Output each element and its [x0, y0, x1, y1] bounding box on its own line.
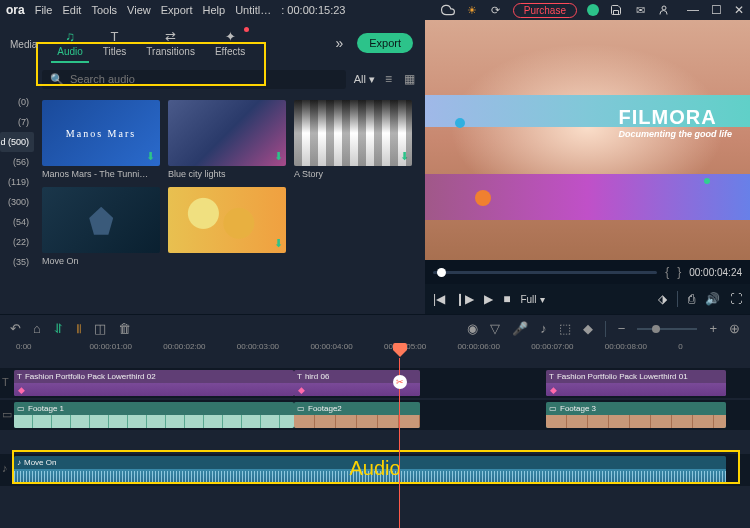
preview-band-bottom — [425, 174, 750, 220]
video-clip[interactable]: ▭Footage2 — [294, 402, 420, 428]
profile-icon[interactable] — [657, 3, 671, 17]
search-input-wrap[interactable]: 🔍 — [42, 70, 346, 89]
audio-clip[interactable]: ♪Move On — [14, 456, 726, 484]
playhead-handle[interactable] — [391, 343, 409, 359]
menu-help[interactable]: Help — [203, 4, 226, 16]
menu-export[interactable]: Export — [161, 4, 193, 16]
minimize-button[interactable]: — — [687, 3, 699, 17]
preview-dot — [704, 178, 710, 184]
category-item[interactable]: (54) — [0, 212, 34, 232]
filter-all[interactable]: All ▾ — [354, 73, 375, 86]
sort-icon[interactable]: ≡ — [383, 72, 394, 86]
color-icon[interactable]: ⫴ — [76, 321, 82, 337]
zoom-in-icon[interactable]: + — [709, 321, 717, 336]
delete-icon[interactable]: 🗑 — [118, 321, 131, 336]
download-icon[interactable]: ⬇ — [146, 150, 157, 163]
fullscreen-icon[interactable]: ⛶ — [730, 292, 742, 306]
grid-view-icon[interactable]: ▦ — [402, 72, 417, 86]
audio-thumb[interactable]: ⬇Blue city lights — [168, 100, 286, 179]
title-track[interactable]: T TFashion Portfolio Pack Lowerthird 02◆… — [0, 368, 750, 398]
music-icon[interactable]: ♪ — [540, 321, 547, 336]
ruler-tick: 00:00:08:00 — [603, 342, 677, 358]
timeline-ruler[interactable]: 0:0000:00:01:0000:00:02:0000:00:03:0000:… — [0, 342, 750, 358]
category-item[interactable]: (7) — [0, 112, 34, 132]
play-icon[interactable]: ▶ — [484, 292, 493, 306]
category-item[interactable]: d (500) — [0, 132, 34, 152]
split-button[interactable]: ✂ — [393, 375, 407, 389]
crop-icon[interactable]: ◫ — [94, 321, 106, 336]
download-icon[interactable]: ⬇ — [400, 150, 409, 163]
text-icon: T — [17, 372, 22, 381]
category-item[interactable]: (56) — [0, 152, 34, 172]
video-clip[interactable]: ▭Footage 3 — [546, 402, 726, 428]
menu-view[interactable]: View — [127, 4, 151, 16]
export-button[interactable]: Export — [357, 33, 413, 53]
audio-thumb[interactable]: Manos Mars⬇Manos Mars - The Tunni… — [42, 100, 160, 179]
marker2-icon[interactable]: ◆ — [583, 321, 593, 336]
mixer-icon[interactable]: ⬚ — [559, 321, 571, 336]
download-icon[interactable]: ⬇ — [274, 150, 283, 163]
audio-thumb[interactable]: ⬇A Story — [294, 100, 412, 179]
step-back-icon[interactable]: ❙▶ — [455, 292, 474, 306]
audio-thumb[interactable]: Move On — [42, 187, 160, 266]
category-item[interactable]: (22) — [0, 232, 34, 252]
cloud-icon[interactable] — [441, 3, 455, 17]
menu-edit[interactable]: Edit — [62, 4, 81, 16]
undo-icon[interactable]: ↶ — [10, 321, 21, 336]
scrub-track[interactable] — [433, 271, 657, 274]
adjust-icon[interactable]: ⥯ — [53, 321, 64, 336]
more-tabs-button[interactable]: » — [325, 35, 353, 51]
bracket-left-icon[interactable]: { — [665, 265, 669, 279]
menu-tools[interactable]: Tools — [91, 4, 117, 16]
sun-icon[interactable]: ☀ — [465, 3, 479, 17]
purchase-button[interactable]: Purchase — [513, 3, 577, 18]
ruler-tick: 0 — [676, 342, 750, 358]
refresh-icon[interactable]: ⟳ — [489, 3, 503, 17]
audio-track[interactable]: ♪ ♪Move On — [0, 454, 750, 486]
tag-icon[interactable]: ⌂ — [33, 321, 41, 336]
menu-file[interactable]: File — [35, 4, 53, 16]
audio-thumb[interactable]: ⬇ — [168, 187, 286, 266]
search-input[interactable] — [70, 73, 338, 85]
preview-viewport[interactable]: FILMORA Documenting the good life — [425, 20, 750, 260]
preview-dot — [455, 118, 465, 128]
quality-select[interactable]: Full ▾ — [520, 294, 544, 305]
film-icon: ▭ — [17, 404, 25, 413]
marker-icon[interactable]: ⬗ — [658, 292, 667, 306]
title-clip[interactable]: TFashion Portfolio Pack Lowerthird 02◆ — [14, 370, 294, 396]
volume-icon[interactable]: 🔊 — [705, 292, 720, 306]
snapshot-icon[interactable]: ⎙ — [688, 292, 695, 306]
zoom-slider[interactable] — [637, 328, 697, 330]
save-icon[interactable] — [609, 3, 623, 17]
maximize-button[interactable]: ☐ — [711, 3, 722, 17]
title-clip[interactable]: TFashion Portfolio Pack Lowerthird 01◆ — [546, 370, 726, 396]
tab-effects[interactable]: ✦Effects — [207, 26, 253, 60]
shield-icon[interactable]: ▽ — [490, 321, 500, 336]
zoom-out-icon[interactable]: − — [618, 321, 626, 336]
prev-frame-icon[interactable]: |◀ — [433, 292, 445, 306]
zoom-handle[interactable] — [652, 325, 660, 333]
close-button[interactable]: ✕ — [734, 3, 744, 17]
category-item[interactable]: (35) — [0, 252, 34, 272]
stop-icon[interactable]: ■ — [503, 292, 510, 306]
mail-icon[interactable]: ✉ — [633, 3, 647, 17]
download-icon[interactable]: ⬇ — [274, 237, 283, 250]
category-item[interactable]: (0) — [0, 92, 34, 112]
scrub-handle[interactable] — [437, 268, 446, 277]
mic-icon[interactable]: 🎤 — [512, 321, 528, 336]
status-dot[interactable] — [587, 4, 599, 16]
bracket-right-icon[interactable]: } — [677, 265, 681, 279]
audio-thumbs: Manos Mars⬇Manos Mars - The Tunni…⬇Blue … — [42, 100, 417, 266]
category-item[interactable]: (119) — [0, 172, 34, 192]
tab-transitions[interactable]: ⇄Transitions — [138, 26, 203, 60]
category-item[interactable]: (300) — [0, 192, 34, 212]
video-track[interactable]: ▭ ▭Footage 1▭Footage2▭Footage 3 — [0, 400, 750, 430]
track-label-icon: ▭ — [2, 408, 12, 421]
zoom-fit-icon[interactable]: ⊕ — [729, 321, 740, 336]
tab-media[interactable]: Media — [2, 34, 45, 53]
tab-titles[interactable]: TTitles — [95, 26, 135, 60]
preview-brand: FILMORA Documenting the good life — [619, 106, 733, 139]
video-clip[interactable]: ▭Footage 1 — [14, 402, 294, 428]
render-icon[interactable]: ◉ — [467, 321, 478, 336]
tab-audio[interactable]: ♫Audio — [49, 26, 91, 60]
